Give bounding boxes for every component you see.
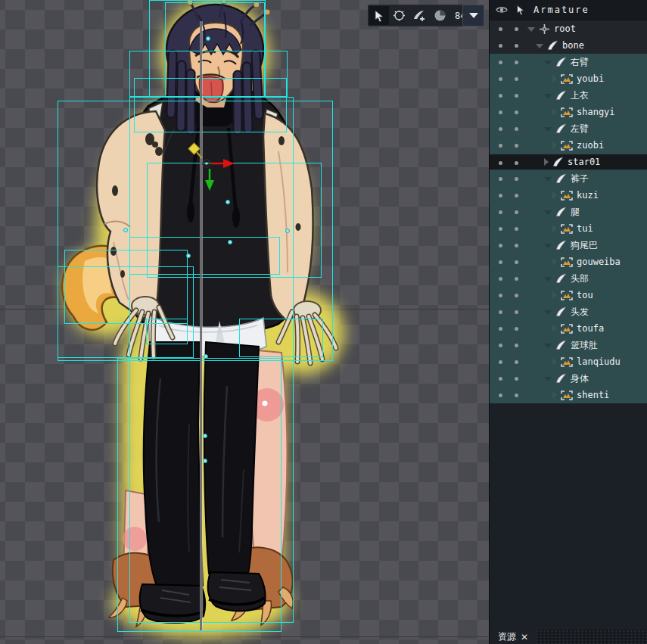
tree-row-身体[interactable]: 身体 — [490, 370, 647, 387]
select-tool-button[interactable] — [369, 6, 389, 25]
ellipse-select-tool-button[interactable] — [389, 6, 409, 25]
lock-dot[interactable] — [515, 94, 518, 98]
tree-row-狗尾巴[interactable]: 狗尾巴 — [490, 237, 647, 254]
lock-dot[interactable] — [515, 260, 518, 264]
visibility-dot[interactable] — [499, 210, 502, 214]
lock-dot[interactable] — [515, 210, 518, 214]
tree-row-root[interactable]: root — [490, 20, 647, 37]
caret-expanded-icon[interactable] — [544, 210, 552, 215]
create-bone-tool-button[interactable] — [409, 6, 430, 25]
visibility-dot[interactable] — [499, 227, 502, 231]
visibility-dot[interactable] — [499, 127, 502, 131]
visibility-dot[interactable] — [499, 310, 502, 314]
lock-dot[interactable] — [515, 161, 518, 165]
caret-expanded-icon[interactable] — [544, 244, 552, 248]
visibility-dot[interactable] — [499, 144, 502, 148]
lock-dot[interactable] — [515, 377, 518, 381]
tree-row-bone[interactable]: bone — [490, 37, 647, 54]
lock-dot[interactable] — [515, 327, 518, 331]
tree-row-头发[interactable]: 头发 — [490, 303, 647, 320]
caret-collapsed-icon[interactable] — [544, 158, 549, 166]
caret-expanded-icon[interactable] — [527, 27, 535, 32]
lock-dot[interactable] — [515, 127, 518, 131]
tree-row-shangyi[interactable]: shangyi — [490, 104, 647, 120]
tree-row-右臂[interactable]: 右臂 — [490, 54, 647, 70]
tree-row-lanqiudu[interactable]: lanqiudu — [490, 353, 647, 370]
bone-pivot-dot[interactable] — [203, 434, 207, 438]
tree-row-左臂[interactable]: 左臂 — [490, 120, 647, 137]
lock-dot[interactable] — [515, 61, 518, 64]
select-cursor-icon[interactable] — [516, 5, 524, 15]
lock-dot[interactable] — [515, 310, 518, 314]
caret-collapsed-icon[interactable] — [552, 391, 557, 399]
visibility-dot[interactable] — [499, 360, 502, 364]
caret-collapsed-icon[interactable] — [552, 225, 557, 232]
lock-dot[interactable] — [515, 110, 518, 114]
lock-dot[interactable] — [515, 277, 518, 281]
lock-dot[interactable] — [515, 294, 518, 297]
lock-dot[interactable] — [515, 44, 518, 48]
visibility-dot[interactable] — [499, 61, 502, 64]
lock-dot[interactable] — [515, 244, 518, 247]
bone-pivot-dot[interactable] — [203, 459, 207, 463]
tree-row-头部[interactable]: 头部 — [490, 270, 647, 287]
lock-dot[interactable] — [515, 394, 518, 397]
tree-row-star01[interactable]: star01 — [490, 154, 647, 170]
lock-dot[interactable] — [515, 344, 518, 347]
lock-dot[interactable] — [515, 77, 518, 81]
caret-expanded-icon[interactable] — [544, 377, 552, 381]
bone-pivot-dot[interactable] — [186, 254, 191, 258]
visibility-dot[interactable] — [499, 77, 502, 81]
caret-collapsed-icon[interactable] — [552, 191, 557, 199]
zoom-dropdown-button[interactable] — [462, 5, 484, 26]
viewport-canvas[interactable]: 84% — [0, 0, 489, 644]
tab-resources[interactable]: 资源 ✕ — [490, 630, 537, 644]
visibility-dot[interactable] — [499, 27, 502, 31]
visibility-dot[interactable] — [499, 244, 502, 247]
bone-pivot-dot[interactable] — [206, 36, 210, 41]
caret-expanded-icon[interactable] — [544, 344, 552, 348]
tree-row-篮球肚[interactable]: 篮球肚 — [490, 337, 647, 353]
visibility-dot[interactable] — [499, 394, 502, 397]
tree-row-裤子[interactable]: 裤子 — [490, 170, 647, 187]
tree-row-kuzi[interactable]: kuzi — [490, 187, 647, 204]
tree-row-tui[interactable]: tui — [490, 220, 647, 237]
lock-dot[interactable] — [515, 227, 518, 231]
caret-collapsed-icon[interactable] — [552, 358, 557, 366]
lock-dot[interactable] — [515, 27, 518, 31]
tree-row-腿[interactable]: 腿 — [490, 204, 647, 220]
tree-row-上衣[interactable]: 上衣 — [490, 87, 647, 104]
visibility-eye-icon[interactable] — [496, 5, 508, 14]
visibility-dot[interactable] — [499, 260, 502, 264]
visibility-dot[interactable] — [499, 344, 502, 347]
visibility-dot[interactable] — [499, 377, 502, 381]
tree-row-gouweiba[interactable]: gouweiba — [490, 254, 647, 270]
caret-collapsed-icon[interactable] — [552, 291, 557, 299]
caret-collapsed-icon[interactable] — [552, 142, 557, 149]
caret-collapsed-icon[interactable] — [552, 325, 557, 332]
visibility-dot[interactable] — [499, 44, 502, 48]
caret-expanded-icon[interactable] — [544, 177, 552, 182]
visibility-dot[interactable] — [499, 327, 502, 331]
visibility-dot[interactable] — [499, 110, 502, 114]
tree-row-youbi[interactable]: youbi — [490, 70, 647, 87]
tree-row-zuobi[interactable]: zuobi — [490, 137, 647, 154]
caret-collapsed-icon[interactable] — [552, 258, 557, 266]
tree-row-toufa[interactable]: toufa — [490, 320, 647, 337]
lock-dot[interactable] — [515, 194, 518, 198]
visibility-dot[interactable] — [499, 194, 502, 198]
bone-pivot-dot[interactable] — [228, 240, 232, 244]
tab-close-icon[interactable]: ✕ — [521, 633, 528, 642]
caret-collapsed-icon[interactable] — [552, 75, 557, 82]
visibility-dot[interactable] — [499, 294, 502, 297]
bone-pivot-dot[interactable] — [226, 200, 230, 204]
caret-collapsed-icon[interactable] — [552, 108, 557, 116]
lock-dot[interactable] — [515, 177, 518, 181]
caret-expanded-icon[interactable] — [536, 44, 543, 48]
tree-row-shenti[interactable]: shenti — [490, 387, 647, 403]
bone-pivot-dot[interactable] — [204, 354, 208, 359]
caret-expanded-icon[interactable] — [544, 310, 552, 315]
visibility-dot[interactable] — [499, 277, 502, 281]
caret-expanded-icon[interactable] — [544, 61, 552, 65]
caret-expanded-icon[interactable] — [544, 127, 552, 132]
